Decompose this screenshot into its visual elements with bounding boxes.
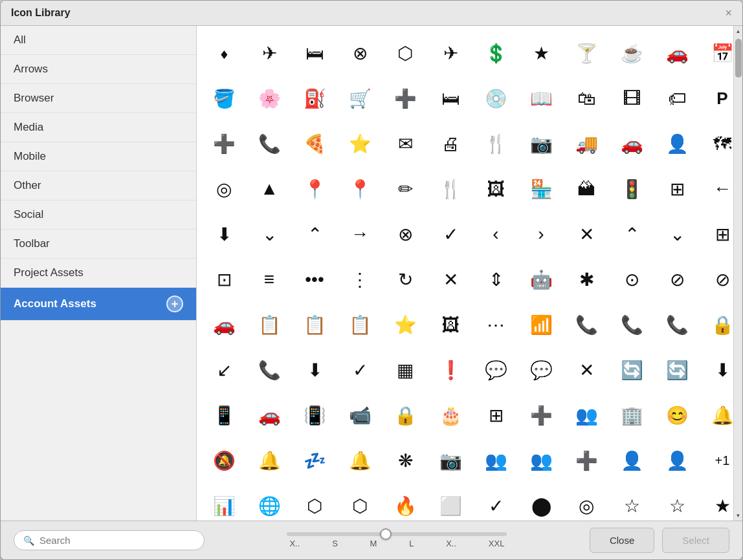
icon-cell[interactable]: 📊 [202, 484, 246, 521]
icon-cell[interactable]: ⊞ [474, 393, 518, 437]
icon-cell[interactable]: 🔕 [202, 438, 246, 482]
icon-cell[interactable]: 📞 [655, 303, 699, 347]
sidebar-item-other[interactable]: Other [1, 171, 196, 200]
icon-cell[interactable]: 🍴 [428, 167, 472, 211]
icon-cell[interactable]: ☆ [655, 484, 699, 521]
scrollbar-down[interactable]: ▼ [734, 510, 743, 521]
icon-cell[interactable]: ••• [293, 257, 337, 301]
icon-cell[interactable]: ⋮ [338, 257, 382, 301]
icon-cell[interactable]: 🚚 [564, 122, 608, 166]
icon-cell[interactable]: 🪣 [202, 76, 246, 120]
icon-cell[interactable]: 📱 [202, 393, 246, 437]
icon-cell[interactable]: 🚗 [610, 122, 654, 166]
icon-cell[interactable]: 👥 [519, 438, 563, 482]
slider-track[interactable] [287, 532, 507, 536]
icon-cell[interactable]: ⭐ [383, 303, 427, 347]
slider-thumb[interactable] [380, 528, 392, 540]
icon-cell[interactable]: 🖼 [474, 167, 518, 211]
icon-cell[interactable]: 🚗 [655, 31, 699, 75]
icon-cell[interactable]: ✈ [428, 31, 472, 75]
icon-cell[interactable]: 🌐 [247, 484, 291, 521]
close-x-button[interactable]: × [725, 7, 732, 19]
icon-cell[interactable]: ⊘ [700, 257, 733, 301]
icon-cell[interactable]: 👤 [655, 122, 699, 166]
icon-cell[interactable]: 👥 [474, 438, 518, 482]
icon-cell[interactable]: 🚗 [247, 393, 291, 437]
icon-cell[interactable]: 💲 [474, 31, 518, 75]
scrollbar-up[interactable]: ▲ [734, 26, 743, 36]
icon-cell[interactable]: 🤖 [519, 257, 563, 301]
icon-cell[interactable]: ⊙ [610, 257, 654, 301]
icon-cell[interactable]: 📹 [338, 393, 382, 437]
icon-cell[interactable]: ⌃ [610, 212, 654, 256]
sidebar-item-toolbar[interactable]: Toolbar [1, 230, 196, 259]
icon-cell[interactable]: ✕ [564, 348, 608, 392]
sidebar-item-arrows[interactable]: Arrows [1, 55, 196, 84]
sidebar-item-mobile[interactable]: Mobile [1, 142, 196, 171]
icon-cell[interactable]: ⬡ [383, 31, 427, 75]
icon-cell[interactable]: 📞 [247, 122, 291, 166]
icon-cell[interactable]: 🔄 [655, 348, 699, 392]
icon-cell[interactable]: ★ [700, 484, 733, 521]
icon-cell[interactable]: 🌸 [247, 76, 291, 120]
icon-cell[interactable]: ✓ [338, 348, 382, 392]
close-button[interactable]: Close [590, 528, 654, 553]
icon-cell[interactable]: ⬧ [202, 31, 246, 75]
icon-cell[interactable]: ➕ [564, 438, 608, 482]
icon-cell[interactable]: 💿 [474, 76, 518, 120]
icon-cell[interactable]: 🎞 [610, 76, 654, 120]
icon-cell[interactable]: 📋 [247, 303, 291, 347]
icon-cell[interactable]: 🛒 [338, 76, 382, 120]
sidebar-item-account-assets[interactable]: Account Assets + [1, 288, 196, 321]
icon-cell[interactable]: ✓ [474, 484, 518, 521]
icons-area[interactable]: ⬧ ✈ 🛏 ⊗ ⬡ ✈ 💲 ★ 🍸 ☕ 🚗 📅 🪣 🌸 ⛽ 🛒 ➕ 🛏 💿 [197, 26, 733, 521]
icon-cell[interactable]: ✕ [564, 212, 608, 256]
icon-cell[interactable]: 🏷 [655, 76, 699, 120]
icon-cell[interactable]: 💤 [293, 438, 337, 482]
icon-cell[interactable]: 🔄 [610, 348, 654, 392]
icon-cell[interactable]: ✈ [247, 31, 291, 75]
icon-cell[interactable]: ❗ [428, 348, 472, 392]
icon-cell[interactable]: ⋯ [474, 303, 518, 347]
icon-cell[interactable]: 💬 [519, 348, 563, 392]
sidebar-item-all[interactable]: All [1, 26, 196, 55]
icon-cell[interactable]: 🖨 [428, 122, 472, 166]
icon-cell[interactable]: ◎ [564, 484, 608, 521]
icon-cell[interactable]: › [519, 212, 563, 256]
icon-cell[interactable]: 🔔 [700, 393, 733, 437]
icon-cell[interactable]: ⬇ [293, 348, 337, 392]
icon-cell[interactable]: 🚦 [610, 167, 654, 211]
icon-cell[interactable]: ⭐ [338, 122, 382, 166]
sidebar-item-browser[interactable]: Browser [1, 84, 196, 113]
icon-cell[interactable]: 👤 [655, 438, 699, 482]
icon-cell[interactable]: ⊗ [383, 212, 427, 256]
icon-cell[interactable]: 📋 [338, 303, 382, 347]
icon-cell[interactable]: ← [700, 167, 733, 211]
icon-cell[interactable]: 🍸 [564, 31, 608, 75]
icon-cell[interactable]: 🔔 [247, 438, 291, 482]
icon-cell[interactable]: ≡ [247, 257, 291, 301]
icon-cell[interactable]: 📳 [293, 393, 337, 437]
icon-cell[interactable]: 👤 [610, 438, 654, 482]
icon-cell[interactable]: ‹ [474, 212, 518, 256]
icon-cell[interactable]: ⊞ [700, 212, 733, 256]
icon-cell[interactable]: → [338, 212, 382, 256]
icon-cell[interactable]: ☕ [610, 31, 654, 75]
icon-cell[interactable]: 🛏 [428, 76, 472, 120]
icon-cell[interactable]: 📅 [700, 31, 733, 75]
add-assets-button[interactable]: + [166, 296, 183, 312]
icon-cell[interactable]: ↻ [383, 257, 427, 301]
icon-cell[interactable]: 💬 [474, 348, 518, 392]
icon-cell[interactable]: ▦ [383, 348, 427, 392]
icon-cell[interactable]: ⌄ [655, 212, 699, 256]
icon-cell[interactable]: ✱ [564, 257, 608, 301]
icon-cell[interactable]: ⊘ [655, 257, 699, 301]
icon-cell[interactable]: ★ [519, 31, 563, 75]
icon-cell[interactable]: 🛍 [564, 76, 608, 120]
icon-cell[interactable]: ⌃ [293, 212, 337, 256]
icon-cell[interactable]: 👥 [564, 393, 608, 437]
icon-cell[interactable]: 🔔 [338, 438, 382, 482]
icon-cell[interactable]: 📞 [610, 303, 654, 347]
icon-cell[interactable]: ❋ [383, 438, 427, 482]
icon-cell[interactable]: ⬤ [519, 484, 563, 521]
